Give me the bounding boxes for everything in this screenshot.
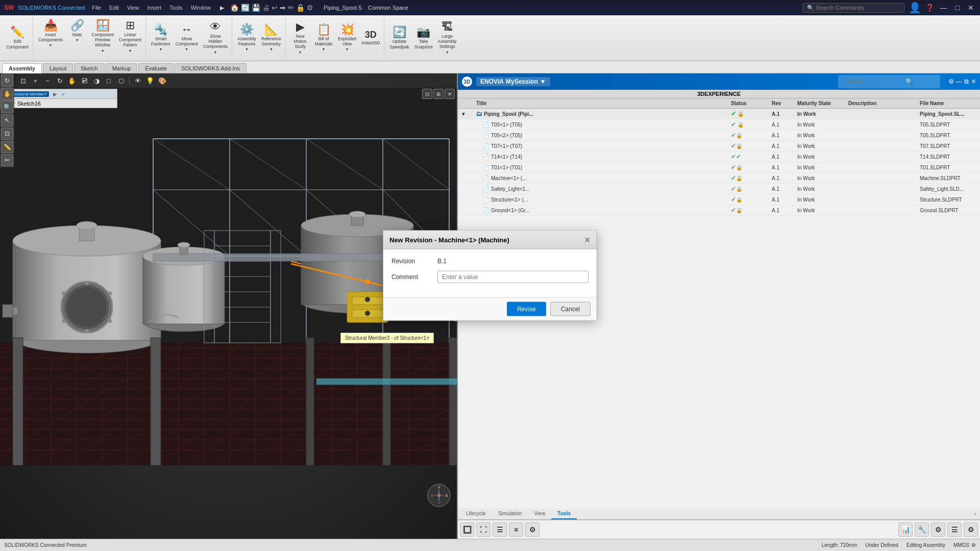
menu-insert[interactable]: Insert [144, 5, 165, 11]
insert-components-btn[interactable]: 📥 InsertComponents ▼ [36, 18, 65, 49]
vtt-light-btn[interactable]: 💡 [144, 75, 156, 86]
exp-row-t14-1[interactable]: 📄 T14<1> (T14) ✔✔ A.1 In Work T14.SLDPRT [458, 152, 980, 162]
exp-tab-lifecycle[interactable]: Lifecycle [460, 509, 492, 519]
exp-row-t07-1[interactable]: 📄 T07<1> (T07) ✔🔒 A.1 In Work T07.SLDPRT [458, 141, 980, 152]
exp-tool-btn-2[interactable]: ☰ [493, 522, 507, 537]
ft-confirm-btn[interactable]: ✓ [61, 91, 65, 97]
vtt-shading-btn[interactable]: ◑ [91, 75, 102, 86]
bill-of-materials-btn[interactable]: 📋 Bill ofMaterials ▼ [312, 22, 335, 54]
maximize-btn[interactable]: □ [953, 4, 962, 12]
exp-row-t01-1[interactable]: 📄 T01<1> (T01) ✔🔒 A.1 In Work T01.SLDPRT [458, 162, 980, 173]
vtt-appearance-btn[interactable]: 🎨 [157, 75, 168, 86]
cancel-btn[interactable]: Cancel [550, 302, 591, 316]
user-avatar[interactable]: 👤 [909, 2, 921, 14]
vtt-rotate-btn[interactable]: ↻ [54, 75, 65, 86]
tab-layout[interactable]: Layout [43, 63, 73, 73]
assembly-features-btn[interactable]: ⚙️ AssemblyFeatures ▼ [235, 22, 258, 54]
exp-tab-view[interactable]: View [528, 509, 552, 519]
linear-pattern-btn[interactable]: ⊞ LinearComponentPattern ▼ [117, 18, 143, 55]
exp-row-machine-1[interactable]: 📄 Machine<1> (... ✔🔒 A.1 In Work Machine… [458, 173, 980, 184]
exp-session-selector[interactable]: ENOVIA MySession ▼ [476, 77, 550, 86]
menu-edit[interactable]: Edit [106, 5, 122, 11]
exp-tool-btn-8[interactable]: ☰ [947, 522, 962, 537]
smart-fasteners-btn[interactable]: 🔩 SmartFasteners ▼ [149, 22, 173, 54]
exp-tool-btn-6[interactable]: 🔧 [915, 522, 929, 537]
col-filename-header[interactable]: File Name [918, 101, 979, 106]
exp-settings-icon[interactable]: ⚙ [948, 78, 954, 85]
row-expand-piping[interactable]: ▼ [459, 111, 474, 117]
exp-row-t05-1[interactable]: 📄 T05<1> (T05) ✔ 🔒 A.1 In Work T05.SLDPR… [458, 119, 980, 130]
reference-geometry-btn[interactable]: 📐 ReferenceGeometry ▼ [259, 22, 283, 54]
exp-tool-btn-9[interactable]: ⚙ [964, 522, 978, 537]
tab-addins[interactable]: SOLIDWORKS Add-Ins [175, 63, 247, 73]
vtt-pan-btn[interactable]: ✋ [66, 75, 78, 86]
vtt-perspective-btn[interactable]: ⬡ [115, 75, 127, 86]
exp-tool-btn-0[interactable]: 🔲 [460, 522, 474, 537]
close-btn-window[interactable]: ✕ [966, 4, 976, 12]
component-preview-btn[interactable]: 🪟 ComponentPreviewWindow ▼ [89, 18, 116, 55]
tab-markup[interactable]: Markup [106, 63, 138, 73]
exp-row-piping-spool[interactable]: ▼ 🗂 Piping_Spool (Pipi... ✔ 🔒 A.1 In Wor… [458, 109, 980, 119]
vtt-view-orientation-btn[interactable]: 🗹 [79, 75, 90, 86]
exp-row-t05-2[interactable]: 📄 T05<2> (T05) ✔🔒 A.1 In Work T05.SLDPRT [458, 130, 980, 141]
menu-window[interactable]: Window [188, 5, 214, 11]
vt-measure-btn[interactable]: 📏 [1, 141, 13, 153]
show-hidden-btn[interactable]: 👁 ShowHiddenComponents ▼ [201, 20, 230, 56]
new-motion-study-btn[interactable]: ▶ NewMotionStudy ▼ [289, 20, 311, 56]
exp-tool-btn-4[interactable]: ⚙ [525, 522, 540, 537]
update-speedpak-btn[interactable]: 🔄 UpdateSpeedpak [387, 25, 411, 51]
vt-box-select-btn[interactable]: ⊡ [1, 128, 13, 140]
vtt-zoom-out-btn[interactable]: − [42, 75, 53, 86]
viewport-fit-btn[interactable]: ⊡ [422, 89, 432, 99]
help-btn[interactable]: ❓ [925, 4, 934, 12]
viewport-close-btn[interactable]: ✕ [445, 89, 455, 99]
exploded-view-btn[interactable]: 💥 ExplodedView ▼ [336, 22, 358, 54]
exp-search-bar[interactable]: 🔍 [838, 75, 940, 88]
exp-tool-btn-1[interactable]: ⛶ [476, 522, 491, 537]
exp-row-structure-1[interactable]: 📄 Structure<1> (... ✔🔒 A.1 In Work Struc… [458, 194, 980, 205]
statusbar-gear-icon[interactable]: ⚙ [971, 542, 976, 548]
col-title-header[interactable]: Title [474, 101, 729, 106]
exp-close-icon[interactable]: ✕ [971, 78, 976, 85]
col-rev-header[interactable]: Rev [770, 101, 795, 106]
exp-tab-tools[interactable]: Tools [551, 509, 577, 519]
vtt-fit-btn[interactable]: ⊡ [17, 75, 29, 86]
menu-tools[interactable]: Tools [166, 5, 186, 11]
revision-dialog-close-btn[interactable]: ✕ [584, 235, 591, 245]
viewport-split-btn[interactable]: ⊞ [433, 89, 444, 99]
search-commands-bar[interactable]: 🔍 Search Commands [802, 3, 904, 13]
exp-minimize-icon[interactable]: — [956, 78, 962, 85]
tab-sketch[interactable]: Sketch [74, 63, 105, 73]
exp-row-safety-light-1[interactable]: 📄 Safety_Light<1... ✔🔒 A.1 In Work Safet… [458, 184, 980, 194]
menu-file[interactable]: File [89, 5, 104, 11]
vt-section-btn[interactable]: ✂ [1, 154, 13, 166]
minimize-btn[interactable]: — [938, 4, 949, 12]
move-component-btn[interactable]: ↔️ MoveComponent ▼ [174, 22, 200, 54]
exp-tool-btn-7[interactable]: ⚙ [931, 522, 945, 537]
comment-input[interactable] [437, 271, 589, 283]
vtt-wireframe-btn[interactable]: □ [103, 75, 114, 86]
tab-assembly[interactable]: Assembly [2, 63, 42, 73]
mate-btn[interactable]: 🔗 Mate ▼ [66, 18, 88, 44]
exp-tab-simulation[interactable]: Simulation [492, 509, 528, 519]
tab-evaluate[interactable]: Evaluate [138, 63, 174, 73]
exp-detach-icon[interactable]: ⧉ [964, 78, 969, 85]
revise-btn[interactable]: Revise [507, 302, 546, 316]
vt-select-btn[interactable]: ↖ [1, 114, 13, 127]
ft-sketch16[interactable]: ▷ ✏ Sketch16 [1, 99, 117, 108]
vt-zoom-btn[interactable]: 🔍 [1, 101, 13, 113]
vt-pan-btn[interactable]: ✋ [1, 88, 13, 100]
vtt-hide-btn[interactable]: 👁 [132, 75, 143, 86]
take-snapshot-btn[interactable]: 📷 TakeSnapshot [412, 25, 435, 51]
large-assembly-settings-btn[interactable]: 🏗 LargeAssemblySettings ▼ [436, 20, 459, 56]
vt-rotate-btn[interactable]: ↻ [1, 74, 13, 87]
exp-row-ground-1[interactable]: 📄 Ground<1> (Gr... ✔🔒 A.1 In Work Ground… [458, 205, 980, 216]
exp-tabs-more-btn[interactable]: › [972, 509, 978, 519]
menu-view[interactable]: View [124, 5, 142, 11]
col-status-header[interactable]: Status [729, 101, 770, 106]
edit-component-btn[interactable]: ✏️ EditComponent [4, 25, 31, 51]
col-description-header[interactable]: Description [846, 101, 918, 106]
exp-search-input[interactable] [842, 77, 903, 87]
instant3d-btn[interactable]: 3D Instant3D [359, 29, 382, 47]
vtt-zoom-in-btn[interactable]: + [30, 75, 41, 86]
